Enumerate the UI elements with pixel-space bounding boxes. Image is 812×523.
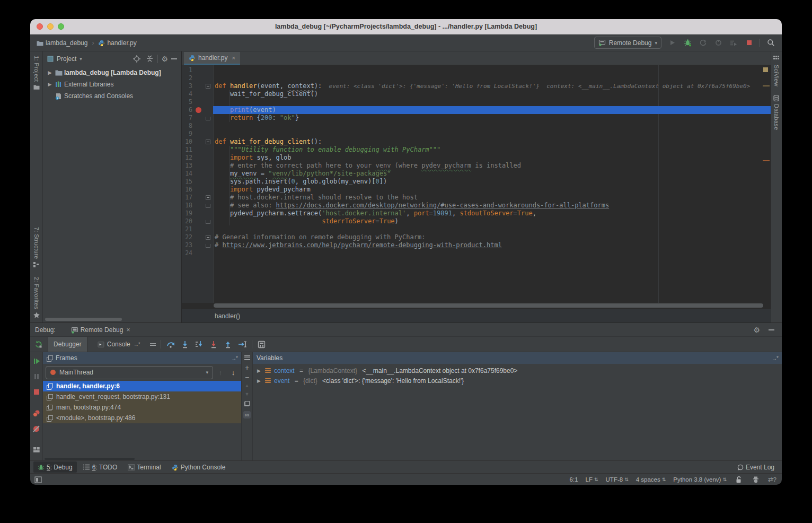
gear-icon[interactable]: ⚙ [753, 326, 760, 334]
step-into-button[interactable] [180, 339, 190, 349]
tab-debugger[interactable]: Debugger [48, 337, 87, 352]
duplicate-watch-button[interactable] [244, 401, 250, 406]
close-window-button[interactable] [37, 23, 43, 30]
tool-window-button-python-console[interactable]: Python Console [167, 461, 230, 473]
tool-stripe-project[interactable]: 1: Project [33, 51, 40, 95]
gear-icon[interactable]: ⚙ [161, 55, 168, 63]
code-line[interactable]: 10def wait_for_debug_client(): [182, 138, 771, 146]
step-out-button[interactable] [223, 339, 233, 349]
code-line[interactable]: 9 [182, 130, 771, 138]
move-watch-down-button[interactable]: ▼ [245, 393, 250, 396]
code-line[interactable]: 17 # host.docker.internal should resolve… [182, 194, 771, 202]
pause-button[interactable] [32, 372, 41, 381]
fold-end-icon[interactable] [206, 117, 210, 120]
breadcrumb-file[interactable]: handler.py [107, 39, 136, 47]
code-line[interactable]: 23# https://www.jetbrains.com/help/pycha… [182, 241, 771, 249]
restore-layout-button[interactable] [32, 445, 41, 455]
expand-arrow-icon[interactable]: ▶ [257, 378, 262, 383]
stack-frame-row[interactable]: main, bootstrap.py:474 [43, 402, 241, 413]
tool-stripe-structure[interactable]: 7: Structure [33, 223, 40, 272]
code-line[interactable]: 20 stderrToServer=True) [182, 217, 771, 225]
line-number[interactable]: 9 [182, 130, 192, 138]
minimize-window-button[interactable] [47, 23, 54, 30]
collapse-all-button[interactable] [145, 54, 154, 64]
sync-icon[interactable]: ⇄? [768, 476, 776, 483]
view-breakpoints-button[interactable] [32, 408, 41, 418]
editor-hscrollbar-thumb[interactable] [214, 303, 763, 308]
line-number[interactable]: 20 [182, 217, 192, 225]
line-number[interactable]: 6 [182, 106, 192, 114]
code-line[interactable]: 3def handler(event, context): event: <cl… [182, 82, 771, 90]
code-line[interactable]: 5 [182, 98, 771, 106]
status-item-6-1[interactable]: 6:1 [570, 476, 578, 483]
thread-selector[interactable]: MainThread ▾ [46, 366, 213, 379]
expand-arrow-icon[interactable]: ▶ [47, 82, 52, 87]
code-line[interactable]: 24 [182, 249, 771, 257]
breakpoint-icon[interactable] [196, 107, 201, 113]
coverage-button[interactable] [713, 38, 723, 48]
close-icon[interactable]: × [126, 326, 130, 334]
tool-window-button----todo[interactable]: 6: TODO [79, 461, 122, 473]
previous-frame-button[interactable]: ↑ [215, 369, 226, 377]
code-line[interactable]: 21 [182, 225, 771, 233]
line-number[interactable]: 7 [182, 114, 192, 122]
locate-file-button[interactable] [132, 54, 142, 64]
project-tree-item[interactable]: Scratches and Consoles [43, 90, 181, 102]
error-stripe-mark[interactable] [763, 67, 768, 72]
tool-stripe-sciview[interactable]: SciView [773, 51, 780, 91]
next-frame-button[interactable]: ↓ [228, 369, 239, 377]
project-tree-item[interactable]: ▶External Libraries [43, 79, 181, 90]
line-number[interactable]: 11 [182, 146, 192, 154]
project-view-title[interactable]: Project [57, 55, 76, 63]
stop-button[interactable] [744, 38, 754, 48]
watches-menu-icon[interactable] [244, 355, 250, 360]
code-line[interactable]: 2 [182, 74, 771, 82]
editor-tab-handler[interactable]: handler.py × [184, 52, 240, 65]
lock-icon[interactable] [734, 475, 744, 484]
code-line[interactable]: 7 return {200: "ok"} [182, 114, 771, 122]
code-line[interactable]: 6 print(event) [182, 106, 771, 114]
frames-hscrollbar[interactable] [45, 458, 135, 460]
debug-session-tab[interactable]: Remote Debug × [67, 323, 134, 336]
line-number[interactable]: 4 [182, 90, 192, 98]
hide-tool-window-button[interactable] [171, 58, 177, 59]
search-everywhere-button[interactable] [766, 38, 775, 48]
pin-icon[interactable]: →* [134, 342, 140, 347]
fold-end-icon[interactable] [206, 220, 210, 224]
expand-arrow-icon[interactable]: ▶ [257, 368, 262, 373]
project-hscrollbar[interactable] [45, 318, 122, 321]
code-line[interactable]: 1 [182, 66, 771, 74]
tool-window-button----debug[interactable]: 5: Debug [33, 461, 77, 473]
stack-frame-row[interactable]: <module>, bootstrap.py:486 [43, 413, 241, 423]
code-line[interactable]: 14 my_venv = "venv/lib/python*/site-pack… [182, 170, 771, 178]
code-line[interactable]: 18 # see also: https://docs.docker.com/d… [182, 202, 771, 210]
line-number[interactable]: 2 [182, 74, 192, 82]
stack-frame-row[interactable]: handler, handler.py:6 [43, 381, 241, 391]
stop-button[interactable] [32, 387, 41, 397]
editor-hscrollbar[interactable] [182, 303, 771, 309]
zoom-window-button[interactable] [58, 23, 64, 30]
line-number[interactable]: 21 [182, 225, 192, 233]
stack-frame-row[interactable]: handle_event_request, bootstrap.py:131 [43, 391, 241, 402]
line-number[interactable]: 5 [182, 98, 192, 106]
show-watches-toggle[interactable]: ∞ [243, 411, 251, 419]
code-line[interactable]: 19 pydevd_pycharm.settrace('host.docker.… [182, 210, 771, 217]
expand-arrow-icon[interactable]: ▶ [47, 70, 52, 75]
move-watch-up-button[interactable]: ▲ [245, 384, 250, 388]
line-number[interactable]: 3 [182, 82, 192, 90]
fold-collapse-icon[interactable] [206, 235, 210, 240]
resume-button[interactable] [32, 356, 41, 366]
run-button[interactable] [667, 38, 677, 48]
run-to-cursor-button[interactable] [237, 339, 247, 349]
breadcrumb-project[interactable]: lambda_debug [46, 39, 87, 47]
fold-collapse-icon[interactable] [206, 84, 210, 89]
line-number[interactable]: 14 [182, 170, 192, 178]
line-number[interactable]: 10 [182, 138, 192, 146]
tool-window-switcher-icon[interactable] [34, 476, 41, 483]
rerun-button[interactable] [33, 339, 43, 349]
editor[interactable]: 123def handler(event, context): event: <… [182, 65, 771, 303]
step-out-of-block-button[interactable] [209, 339, 218, 349]
fold-collapse-icon[interactable] [206, 140, 210, 144]
breadcrumb-scope[interactable]: handler() [215, 312, 240, 320]
status-item-4-spaces[interactable]: 4 spaces⇅ [636, 476, 666, 483]
